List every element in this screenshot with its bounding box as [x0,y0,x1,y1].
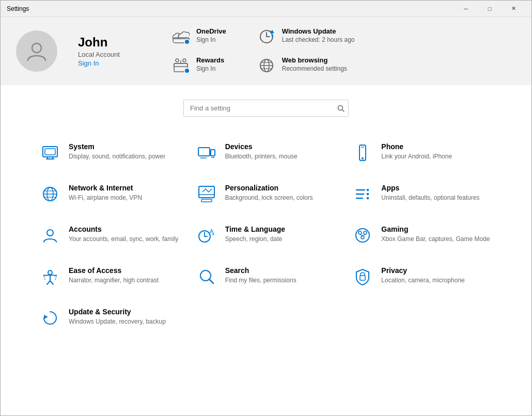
settings-item-title: Devices [225,142,298,151]
header-services: OneDrive Sign In Rewards [171,27,355,75]
service-col-2: Windows Update Last checked: 2 hours ago [257,27,355,75]
svg-line-15 [342,109,345,111]
close-button[interactable]: ✕ [502,1,525,17]
svg-point-6 [183,59,186,62]
settings-item-sub: Bluetooth, printers, mouse [225,152,298,161]
onedrive-name: OneDrive [196,27,226,35]
maximize-button[interactable]: □ [478,1,502,17]
web-browsing-sub: Recommended settings [282,65,347,72]
settings-item-accounts[interactable]: Accounts Your accounts, email, sync, wor… [32,215,188,256]
settings-item-title: Privacy [381,266,464,275]
search-settings-icon [196,266,217,287]
settings-item-privacy[interactable]: Privacy Location, camera, microphone [344,256,500,297]
svg-point-52 [48,270,52,275]
rewards-sub: Sign In [196,65,224,72]
settings-item-time-language[interactable]: A A Time & Language Speech, region, date [188,215,345,256]
settings-item-text-network: Network & Internet Wi-Fi, airplane mode,… [69,184,142,202]
svg-rect-40 [367,193,369,195]
windows-update-text: Windows Update Last checked: 2 hours ago [282,27,355,43]
svg-rect-21 [198,148,210,156]
windows-update-icon [257,27,276,46]
search-button[interactable] [337,105,345,112]
minimize-button[interactable]: ─ [454,1,478,17]
onedrive-service[interactable]: OneDrive Sign In [171,27,226,46]
system-icon [40,142,60,163]
svg-marker-57 [44,315,48,319]
profile-name: John [78,35,120,50]
search-area [1,85,531,127]
gaming-icon [352,225,373,246]
settings-item-title: Personalization [225,184,313,192]
settings-item-sub: Speech, region, date [225,235,285,244]
svg-rect-3 [174,63,187,67]
web-browsing-icon [257,56,276,75]
settings-item-system[interactable]: System Display, sound, notifications, po… [32,132,188,173]
settings-item-personalization[interactable]: Personalization Background, lock screen,… [188,173,345,215]
settings-item-title: Update & Security [69,308,166,316]
devices-icon [196,142,217,163]
svg-line-55 [209,279,213,283]
settings-item-text-time-language: Time & Language Speech, region, date [225,225,285,244]
settings-item-devices[interactable]: Devices Bluetooth, printers, mouse [188,132,345,173]
svg-rect-20 [45,149,55,155]
privacy-icon [352,266,373,287]
titlebar: Settings ─ □ ✕ [1,1,531,17]
svg-point-5 [176,59,179,62]
settings-item-network[interactable]: Network & Internet Wi-Fi, airplane mode,… [32,173,188,215]
rewards-text: Rewards Sign In [196,56,224,72]
settings-item-phone[interactable]: Phone Link your Android, iPhone [344,132,500,173]
search-input[interactable] [183,100,349,117]
settings-item-text-personalization: Personalization Background, lock screen,… [225,184,313,202]
apps-icon [352,184,373,204]
web-browsing-service[interactable]: Web browsing Recommended settings [257,56,355,75]
settings-item-sub: Display, sound, notifications, power [69,152,165,161]
rewards-icon [171,56,190,75]
settings-item-sub: Find my files, permissions [225,276,296,285]
svg-point-0 [32,43,41,53]
settings-item-title: Network & Internet [69,184,142,192]
settings-item-title: Phone [381,142,452,151]
service-col-1: OneDrive Sign In Rewards [171,27,226,75]
settings-item-title: Ease of Access [69,266,159,275]
settings-item-text-ease-of-access: Ease of Access Narrator, magnifier, high… [69,266,159,285]
profile-signin-link[interactable]: Sign In [78,59,120,67]
settings-item-text-system: System Display, sound, notifications, po… [69,142,165,161]
avatar-icon [25,40,48,62]
network-icon [40,184,60,204]
svg-rect-22 [211,150,215,156]
settings-item-text-accounts: Accounts Your accounts, email, sync, wor… [69,225,178,244]
web-browsing-text: Web browsing Recommended settings [282,56,347,72]
ease-of-access-icon [40,266,60,287]
settings-item-text-gaming: Gaming Xbox Game Bar, captures, Game Mod… [381,225,490,244]
rewards-status-dot [184,68,190,74]
settings-item-title: Apps [381,184,479,192]
settings-item-sub: Uninstall, defaults, optional features [381,194,479,202]
svg-rect-39 [367,189,369,191]
svg-point-51 [361,236,364,239]
settings-item-sub: Windows Update, recovery, backup [69,317,166,326]
settings-item-ease-of-access[interactable]: Ease of Access Narrator, magnifier, high… [32,256,188,297]
profile-info: John Local Account Sign In [78,35,120,67]
settings-item-text-search-settings: Search Find my files, permissions [225,266,296,285]
settings-item-text-apps: Apps Uninstall, defaults, optional featu… [381,184,479,202]
settings-grid: System Display, sound, notifications, po… [1,127,531,344]
svg-rect-41 [367,197,369,199]
settings-item-update-security[interactable]: Update & Security Windows Update, recove… [32,297,188,339]
onedrive-status-dot [184,39,190,45]
rewards-service[interactable]: Rewards Sign In [171,56,226,75]
settings-item-search-settings[interactable]: Search Find my files, permissions [188,256,345,297]
svg-point-49 [358,231,362,234]
settings-item-apps[interactable]: Apps Uninstall, defaults, optional featu… [344,173,500,215]
personalization-icon [196,184,217,204]
window-controls: ─ □ ✕ [454,1,525,17]
accounts-icon [40,225,60,246]
svg-rect-56 [360,276,365,280]
settings-item-gaming[interactable]: Gaming Xbox Game Bar, captures, Game Mod… [344,215,500,256]
svg-point-27 [362,158,364,159]
windows-update-service[interactable]: Windows Update Last checked: 2 hours ago [257,27,355,46]
settings-item-title: Search [225,266,296,275]
rewards-name: Rewards [196,56,224,64]
settings-item-sub: Your accounts, email, sync, work, family [69,235,178,244]
search-icon [337,105,345,112]
account-type: Local Account [78,51,120,58]
